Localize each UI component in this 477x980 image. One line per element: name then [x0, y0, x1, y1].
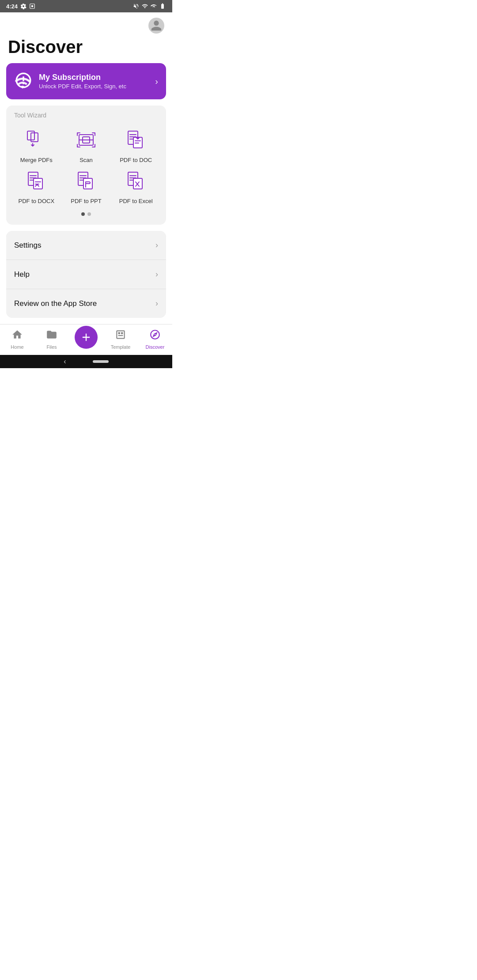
nav-home[interactable]: Home — [0, 329, 34, 350]
tool-pdf-to-doc[interactable]: PDF to DOC — [112, 127, 160, 163]
nav-template[interactable]: Template — [103, 329, 138, 350]
wifi-icon — [141, 3, 148, 9]
pdf-to-excel-label: PDF to Excel — [119, 198, 153, 204]
tool-wizard-label: Tool Wizard — [11, 112, 162, 123]
subscription-title: My Subscription — [39, 73, 155, 82]
settings-icon — [20, 3, 26, 9]
template-label: Template — [111, 344, 131, 350]
review-label: Review on the App Store — [14, 299, 97, 308]
settings-card: Settings › Help › Review on the App Stor… — [6, 231, 166, 318]
tool-wizard-card: Tool Wizard Merge PDFs — [6, 106, 166, 225]
subscription-text: My Subscription Unlock PDF Edit, Export,… — [39, 73, 155, 90]
pdf-to-docx-icon — [23, 168, 49, 194]
pagination-dots — [11, 212, 162, 216]
files-label: Files — [46, 344, 57, 350]
battery-icon — [159, 3, 166, 9]
add-button[interactable] — [75, 326, 98, 349]
status-time: 4:24 — [6, 3, 18, 10]
pdf-to-ppt-label: PDF to PPT — [71, 198, 101, 204]
pdf-to-doc-icon — [123, 127, 149, 153]
back-button[interactable]: ‹ — [64, 358, 66, 366]
merge-pdfs-label: Merge PDFs — [20, 157, 53, 163]
mute-icon — [133, 3, 139, 9]
help-label: Help — [14, 270, 30, 279]
pdf-to-excel-icon — [123, 168, 149, 194]
subscription-subtitle: Unlock PDF Edit, Export, Sign, etc — [39, 83, 155, 90]
android-nav-bar: ‹ — [0, 355, 172, 368]
status-right — [133, 3, 166, 9]
page-title: Discover — [0, 35, 172, 63]
svg-point-1 — [31, 5, 34, 8]
files-icon — [46, 329, 57, 343]
discover-icon — [149, 329, 161, 343]
pdf-to-doc-label: PDF to DOC — [120, 157, 152, 163]
pdf-to-ppt-icon — [73, 168, 99, 194]
avatar[interactable] — [148, 18, 164, 34]
signal-icon — [151, 3, 157, 9]
dot-1[interactable] — [81, 212, 85, 216]
scan-label: Scan — [80, 157, 93, 163]
settings-chevron: › — [155, 241, 158, 250]
tool-pdf-to-excel[interactable]: PDF to Excel — [112, 168, 160, 204]
tool-grid: Merge PDFs Scan — [11, 123, 162, 206]
subscription-banner[interactable]: My Subscription Unlock PDF Edit, Export,… — [6, 63, 166, 99]
nav-discover[interactable]: Discover — [138, 329, 172, 350]
tool-scan[interactable]: Scan — [62, 127, 110, 163]
status-bar: 4:24 — [0, 0, 172, 12]
merge-pdfs-icon — [23, 127, 49, 153]
nav-add[interactable] — [69, 330, 103, 349]
nav-files[interactable]: Files — [34, 329, 69, 350]
subscription-icon — [14, 71, 33, 91]
subscription-chevron: › — [155, 76, 158, 87]
home-pill[interactable] — [93, 360, 109, 363]
pdf-to-docx-label: PDF to DOCX — [19, 198, 55, 204]
home-icon — [11, 329, 23, 343]
tool-pdf-to-ppt[interactable]: PDF to PPT — [62, 168, 110, 204]
screenshot-icon — [29, 3, 35, 9]
help-chevron: › — [155, 270, 158, 279]
main-content: Discover My Subscription Unlock PDF Edit… — [0, 12, 172, 324]
discover-label: Discover — [146, 344, 165, 350]
dot-2[interactable] — [87, 212, 91, 216]
settings-label: Settings — [14, 241, 41, 250]
scan-icon — [73, 127, 99, 153]
bottom-nav: Home Files Template Discover — [0, 324, 172, 355]
home-label: Home — [11, 344, 23, 350]
tool-pdf-to-docx[interactable]: PDF to DOCX — [12, 168, 61, 204]
review-menu-item[interactable]: Review on the App Store › — [6, 289, 166, 318]
help-menu-item[interactable]: Help › — [6, 260, 166, 289]
template-icon — [115, 329, 126, 343]
settings-menu-item[interactable]: Settings › — [6, 231, 166, 260]
review-chevron: › — [155, 299, 158, 308]
status-left: 4:24 — [6, 3, 35, 10]
tool-merge-pdfs[interactable]: Merge PDFs — [12, 127, 61, 163]
header — [0, 12, 172, 35]
